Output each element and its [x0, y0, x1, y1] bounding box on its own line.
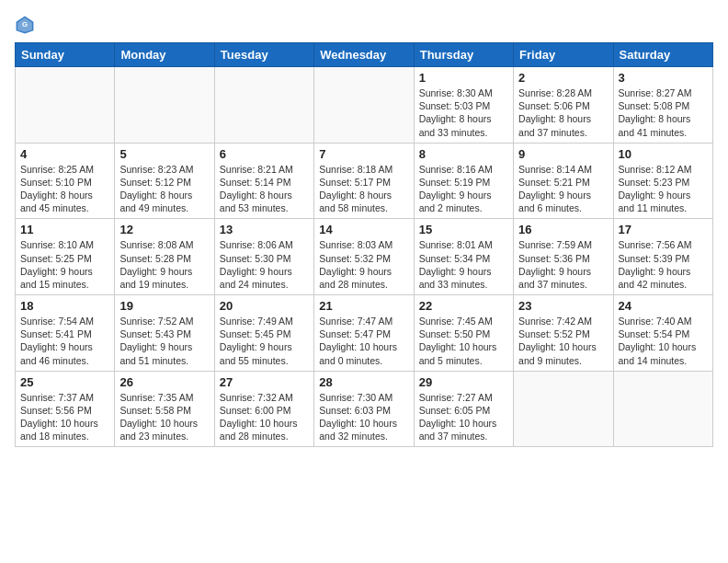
calendar-day-cell: 18Sunrise: 7:54 AM Sunset: 5:41 PM Dayli… [16, 295, 115, 372]
day-number: 25 [20, 375, 109, 389]
day-number: 1 [419, 71, 508, 85]
day-info: Sunrise: 7:56 AM Sunset: 5:39 PM Dayligh… [619, 238, 708, 291]
day-info: Sunrise: 7:35 AM Sunset: 5:58 PM Dayligh… [119, 391, 209, 443]
day-number: 17 [619, 223, 708, 236]
calendar-day-cell: 12Sunrise: 8:08 AM Sunset: 5:28 PM Dayli… [115, 219, 214, 295]
calendar-day-cell [16, 67, 115, 144]
day-of-week-header: Tuesday [214, 43, 313, 67]
calendar-table: SundayMondayTuesdayWednesdayThursdayFrid… [15, 42, 713, 447]
svg-text:G: G [22, 20, 28, 29]
day-number: 23 [518, 299, 608, 313]
calendar-day-cell [115, 67, 214, 144]
calendar-day-cell: 21Sunrise: 7:47 AM Sunset: 5:47 PM Dayli… [314, 295, 414, 372]
calendar-header-row: SundayMondayTuesdayWednesdayThursdayFrid… [16, 43, 713, 67]
day-number: 10 [619, 147, 708, 161]
day-of-week-header: Wednesday [314, 43, 414, 67]
day-number: 7 [319, 147, 408, 161]
day-info: Sunrise: 8:01 AM Sunset: 5:34 PM Dayligh… [419, 238, 508, 291]
calendar-week-row: 18Sunrise: 7:54 AM Sunset: 5:41 PM Dayli… [16, 295, 713, 372]
calendar-day-cell: 29Sunrise: 7:27 AM Sunset: 6:05 PM Dayli… [414, 371, 513, 447]
calendar-week-row: 4Sunrise: 8:25 AM Sunset: 5:10 PM Daylig… [16, 143, 713, 219]
day-number: 14 [319, 223, 408, 236]
calendar-day-cell: 23Sunrise: 7:42 AM Sunset: 5:52 PM Dayli… [514, 295, 613, 372]
calendar-day-cell: 9Sunrise: 8:14 AM Sunset: 5:21 PM Daylig… [514, 143, 613, 219]
day-info: Sunrise: 8:30 AM Sunset: 5:03 PM Dayligh… [419, 86, 508, 139]
day-info: Sunrise: 8:14 AM Sunset: 5:21 PM Dayligh… [518, 163, 608, 215]
calendar-day-cell: 22Sunrise: 7:45 AM Sunset: 5:50 PM Dayli… [414, 295, 513, 372]
day-number: 19 [119, 299, 209, 313]
calendar-day-cell: 6Sunrise: 8:21 AM Sunset: 5:14 PM Daylig… [214, 143, 313, 219]
day-info: Sunrise: 7:52 AM Sunset: 5:43 PM Dayligh… [119, 315, 209, 367]
day-info: Sunrise: 7:47 AM Sunset: 5:47 PM Dayligh… [319, 315, 408, 367]
day-info: Sunrise: 8:23 AM Sunset: 5:12 PM Dayligh… [119, 163, 209, 215]
calendar-day-cell: 17Sunrise: 7:56 AM Sunset: 5:39 PM Dayli… [613, 219, 712, 295]
calendar-day-cell: 20Sunrise: 7:49 AM Sunset: 5:45 PM Dayli… [214, 295, 313, 372]
day-info: Sunrise: 8:28 AM Sunset: 5:06 PM Dayligh… [518, 86, 608, 139]
day-number: 13 [220, 223, 309, 236]
calendar-day-cell [514, 371, 613, 447]
day-number: 16 [518, 223, 608, 236]
day-number: 21 [319, 299, 408, 313]
day-number: 18 [20, 299, 109, 313]
day-info: Sunrise: 8:08 AM Sunset: 5:28 PM Dayligh… [119, 238, 209, 291]
day-info: Sunrise: 7:40 AM Sunset: 5:54 PM Dayligh… [619, 315, 708, 367]
day-of-week-header: Monday [115, 43, 214, 67]
day-info: Sunrise: 8:10 AM Sunset: 5:25 PM Dayligh… [20, 238, 109, 291]
day-number: 22 [419, 299, 508, 313]
calendar-day-cell: 24Sunrise: 7:40 AM Sunset: 5:54 PM Dayli… [613, 295, 712, 372]
calendar-day-cell: 26Sunrise: 7:35 AM Sunset: 5:58 PM Dayli… [115, 371, 214, 447]
day-info: Sunrise: 8:12 AM Sunset: 5:23 PM Dayligh… [619, 163, 708, 215]
calendar-day-cell: 15Sunrise: 8:01 AM Sunset: 5:34 PM Dayli… [414, 219, 513, 295]
day-info: Sunrise: 7:32 AM Sunset: 6:00 PM Dayligh… [220, 391, 309, 443]
logo: G [15, 15, 39, 35]
day-info: Sunrise: 8:18 AM Sunset: 5:17 PM Dayligh… [319, 163, 408, 215]
calendar-day-cell: 28Sunrise: 7:30 AM Sunset: 6:03 PM Dayli… [314, 371, 414, 447]
calendar-day-cell: 13Sunrise: 8:06 AM Sunset: 5:30 PM Dayli… [214, 219, 313, 295]
calendar-day-cell: 4Sunrise: 8:25 AM Sunset: 5:10 PM Daylig… [16, 143, 115, 219]
calendar-day-cell: 1Sunrise: 8:30 AM Sunset: 5:03 PM Daylig… [414, 67, 513, 144]
day-info: Sunrise: 7:42 AM Sunset: 5:52 PM Dayligh… [518, 315, 608, 367]
day-of-week-header: Thursday [414, 43, 513, 67]
day-number: 6 [220, 147, 309, 161]
day-info: Sunrise: 8:03 AM Sunset: 5:32 PM Dayligh… [319, 238, 408, 291]
page-header: G [15, 15, 713, 35]
day-info: Sunrise: 7:37 AM Sunset: 5:56 PM Dayligh… [20, 391, 109, 443]
calendar-week-row: 11Sunrise: 8:10 AM Sunset: 5:25 PM Dayli… [16, 219, 713, 295]
day-info: Sunrise: 8:21 AM Sunset: 5:14 PM Dayligh… [220, 163, 309, 215]
day-number: 2 [518, 71, 608, 85]
day-info: Sunrise: 7:49 AM Sunset: 5:45 PM Dayligh… [220, 315, 309, 367]
day-info: Sunrise: 7:59 AM Sunset: 5:36 PM Dayligh… [518, 238, 608, 291]
calendar-day-cell: 25Sunrise: 7:37 AM Sunset: 5:56 PM Dayli… [16, 371, 115, 447]
day-info: Sunrise: 8:06 AM Sunset: 5:30 PM Dayligh… [220, 238, 309, 291]
day-number: 24 [619, 299, 708, 313]
calendar-day-cell [314, 67, 414, 144]
day-number: 12 [119, 223, 209, 236]
day-number: 26 [119, 375, 209, 389]
day-number: 20 [220, 299, 309, 313]
day-number: 5 [119, 147, 209, 161]
day-of-week-header: Sunday [16, 43, 115, 67]
day-number: 27 [220, 375, 309, 389]
calendar-week-row: 1Sunrise: 8:30 AM Sunset: 5:03 PM Daylig… [16, 67, 713, 144]
calendar-day-cell: 11Sunrise: 8:10 AM Sunset: 5:25 PM Dayli… [16, 219, 115, 295]
day-of-week-header: Saturday [613, 43, 712, 67]
day-number: 3 [619, 71, 708, 85]
day-number: 28 [319, 375, 408, 389]
calendar-day-cell: 7Sunrise: 8:18 AM Sunset: 5:17 PM Daylig… [314, 143, 414, 219]
day-info: Sunrise: 7:45 AM Sunset: 5:50 PM Dayligh… [419, 315, 508, 367]
calendar-day-cell [613, 371, 712, 447]
calendar-day-cell: 8Sunrise: 8:16 AM Sunset: 5:19 PM Daylig… [414, 143, 513, 219]
calendar-day-cell: 14Sunrise: 8:03 AM Sunset: 5:32 PM Dayli… [314, 219, 414, 295]
day-number: 29 [419, 375, 508, 389]
calendar-day-cell: 16Sunrise: 7:59 AM Sunset: 5:36 PM Dayli… [514, 219, 613, 295]
calendar-day-cell: 5Sunrise: 8:23 AM Sunset: 5:12 PM Daylig… [115, 143, 214, 219]
calendar-day-cell: 27Sunrise: 7:32 AM Sunset: 6:00 PM Dayli… [214, 371, 313, 447]
calendar-day-cell [214, 67, 313, 144]
day-info: Sunrise: 7:54 AM Sunset: 5:41 PM Dayligh… [20, 315, 109, 367]
day-number: 15 [419, 223, 508, 236]
day-number: 4 [20, 147, 109, 161]
day-info: Sunrise: 8:27 AM Sunset: 5:08 PM Dayligh… [619, 86, 708, 139]
day-info: Sunrise: 7:27 AM Sunset: 6:05 PM Dayligh… [419, 391, 508, 443]
calendar-day-cell: 3Sunrise: 8:27 AM Sunset: 5:08 PM Daylig… [613, 67, 712, 144]
day-number: 9 [518, 147, 608, 161]
